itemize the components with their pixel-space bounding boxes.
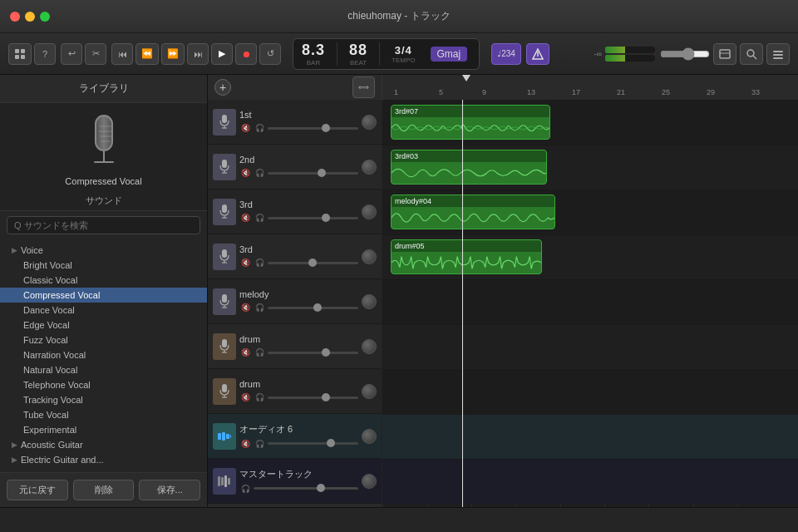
track-controls-melody: 🔇 🎧 — [239, 302, 358, 313]
preset-edge-vocal[interactable]: Edge Vocal — [0, 318, 207, 332]
clip-3rd07[interactable]: 3rd#07 — [391, 105, 550, 140]
headphone-drum2[interactable]: 🎧 — [254, 392, 265, 403]
fader-drum2[interactable] — [268, 397, 358, 399]
svg-rect-39 — [222, 432, 225, 441]
pan-master[interactable] — [362, 474, 377, 489]
fast-forward-button[interactable]: ⏩ — [161, 43, 185, 65]
track-name-3rd-b: 3rd — [239, 244, 358, 254]
preset-natural-vocal[interactable]: Natural Vocal — [0, 362, 207, 377]
headphone-melody[interactable]: 🎧 — [254, 302, 265, 313]
mute-3rd-b[interactable]: 🔇 — [239, 257, 251, 268]
status-text — [8, 515, 17, 526]
master-volume-slider[interactable] — [660, 47, 710, 61]
fader-3rd-b[interactable] — [268, 262, 358, 264]
mark-33: 33 — [751, 88, 760, 96]
clip-drum05[interactable]: drum#05 — [391, 239, 542, 274]
tuner-button[interactable]: ♩234 — [491, 43, 521, 65]
pan-2nd[interactable] — [362, 160, 377, 175]
rewind-button[interactable]: ⏮ — [111, 43, 133, 65]
headphone-1st[interactable]: 🎧 — [254, 122, 265, 134]
fader-audio6[interactable] — [268, 442, 358, 445]
fader-1st[interactable] — [268, 127, 358, 130]
fader-drum[interactable] — [268, 352, 358, 354]
window-buttons[interactable] — [10, 12, 50, 22]
zoom-button[interactable] — [740, 43, 763, 65]
mute-drum[interactable]: 🔇 — [239, 347, 251, 358]
collapse-tracks-button[interactable]: ⟺ — [352, 76, 375, 98]
add-track-button[interactable]: + — [214, 79, 231, 96]
nav-category-voice[interactable]: ▶ Voice — [0, 243, 207, 258]
metronome-button[interactable] — [526, 43, 549, 65]
record-button[interactable]: ⏺ — [235, 43, 257, 65]
svg-rect-45 — [228, 478, 230, 485]
settings-button[interactable] — [766, 43, 790, 65]
help-button[interactable]: ? — [34, 43, 56, 65]
maximize-button[interactable] — [40, 12, 50, 22]
track-info-melody: melody 🔇 🎧 — [239, 289, 358, 313]
headphone-3rd-b[interactable]: 🎧 — [254, 257, 265, 268]
preset-experimental[interactable]: Experimental — [0, 422, 207, 437]
fast-backward-button[interactable]: ⏪ — [135, 43, 159, 65]
preset-narration-vocal[interactable]: Narration Vocal — [0, 347, 207, 362]
pan-1st[interactable] — [362, 115, 377, 130]
track-info-3rd-a: 3rd 🔇 🎧 — [239, 200, 358, 224]
headphone-drum[interactable]: 🎧 — [254, 347, 265, 358]
track-row-1st: 1st 🔇 🎧 — [208, 100, 382, 145]
skip-back-button[interactable]: ⏭ — [187, 43, 209, 65]
mute-1st[interactable]: 🔇 — [239, 122, 251, 134]
svg-rect-0 — [15, 49, 19, 53]
editor-button[interactable] — [713, 43, 736, 65]
sound-search-input[interactable] — [7, 216, 200, 234]
waveform-3rd07 — [392, 117, 549, 139]
fader-3rd-a[interactable] — [268, 217, 358, 219]
mark-9: 9 — [482, 88, 486, 96]
pan-audio6[interactable] — [362, 429, 377, 444]
playhead-marker — [462, 75, 470, 81]
mute-audio6[interactable]: 🔇 — [239, 438, 251, 450]
track-controls-audio6: 🔇 🎧 — [239, 438, 358, 450]
mute-3rd-a[interactable]: 🔇 — [239, 212, 251, 224]
headphone-2nd[interactable]: 🎧 — [254, 167, 265, 179]
pan-drum2[interactable] — [362, 384, 377, 399]
preset-compressed-vocal[interactable]: Compressed Vocal — [0, 288, 207, 303]
key-display[interactable]: Gmaj — [431, 47, 468, 62]
play-button[interactable]: ▶ — [211, 43, 233, 65]
pan-3rd-a[interactable] — [362, 204, 377, 219]
nav-category-electric[interactable]: ▶ Electric Guitar and... — [0, 452, 207, 467]
preset-dance-vocal[interactable]: Dance Vocal — [0, 303, 207, 318]
preset-telephone-vocal[interactable]: Telephone Vocal — [0, 377, 207, 392]
clip-melody04[interactable]: melody#04 — [391, 195, 555, 229]
headphone-master[interactable]: 🎧 — [239, 483, 251, 495]
back-button[interactable]: 元に戻す — [7, 480, 68, 500]
loop-button[interactable]: ↺ — [259, 43, 281, 65]
preset-tube-vocal[interactable]: Tube Vocal — [0, 407, 207, 422]
headphone-audio6[interactable]: 🎧 — [254, 438, 265, 450]
fader-2nd[interactable] — [268, 172, 358, 175]
svg-rect-2 — [15, 55, 19, 59]
delete-button[interactable]: 削除 — [73, 480, 135, 500]
mute-melody[interactable]: 🔇 — [239, 302, 251, 313]
mute-drum2[interactable]: 🔇 — [239, 392, 251, 403]
pan-3rd-b[interactable] — [362, 249, 377, 264]
preset-classic-vocal[interactable]: Classic Vocal — [0, 273, 207, 288]
preset-fuzz-vocal[interactable]: Fuzz Vocal — [0, 332, 207, 347]
save-button[interactable]: 保存... — [139, 480, 200, 500]
fader-melody[interactable] — [268, 307, 358, 309]
nav-category-acoustic[interactable]: ▶ Acoustic Guitar — [0, 437, 207, 452]
preset-tracking-vocal[interactable]: Tracking Vocal — [0, 392, 207, 407]
close-button[interactable] — [10, 12, 20, 22]
preset-bright-vocal[interactable]: Bright Vocal — [0, 258, 207, 273]
track-name-2nd: 2nd — [239, 155, 358, 165]
headphone-3rd-a[interactable]: 🎧 — [254, 212, 265, 224]
track-controls-1st: 🔇 🎧 — [239, 122, 358, 134]
minimize-button[interactable] — [25, 12, 35, 22]
library-button[interactable] — [8, 43, 32, 65]
mute-2nd[interactable]: 🔇 — [239, 167, 251, 179]
undo-button[interactable]: ↩ — [61, 43, 82, 65]
pan-drum[interactable] — [362, 339, 377, 354]
fader-master[interactable] — [254, 487, 358, 490]
pan-melody[interactable] — [362, 294, 377, 309]
clip-label-3rd07: 3rd#07 — [392, 106, 549, 117]
scissors-button[interactable]: ✂ — [85, 43, 106, 65]
clip-3rd03[interactable]: 3rd#03 — [391, 150, 547, 185]
